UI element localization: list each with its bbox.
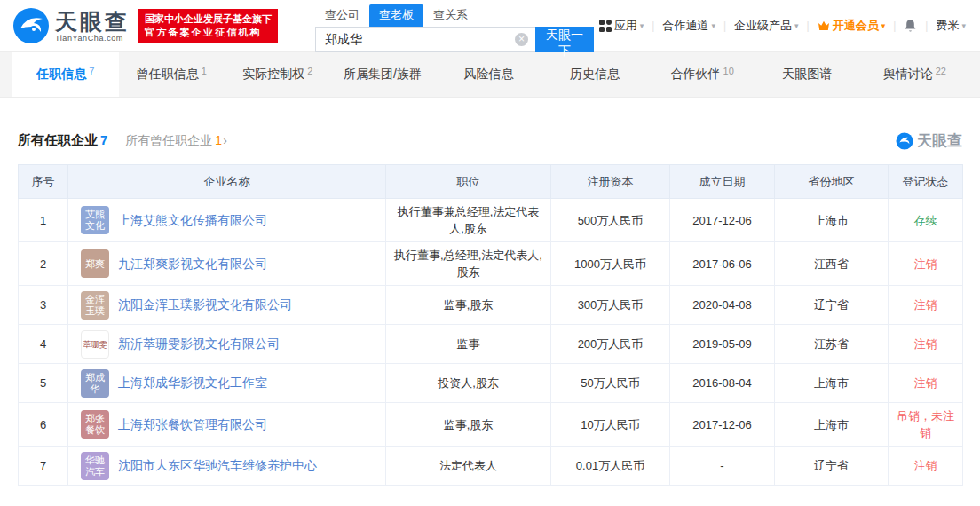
status-cell: 注销 bbox=[889, 325, 963, 364]
capital-cell: 500万人民币 bbox=[551, 199, 670, 242]
tab-sentiment[interactable]: 舆情讨论22 bbox=[862, 52, 968, 97]
company-link[interactable]: 九江郑爽影视文化有限公司 bbox=[118, 256, 267, 273]
status-badge: 存续 bbox=[914, 214, 937, 227]
capital-cell: 300万人民币 bbox=[551, 286, 670, 325]
nav-vip[interactable]: 开通会员 ▾ bbox=[818, 18, 886, 34]
search-tabs: 查公司 查老板 查关系 bbox=[315, 4, 594, 27]
table-row: 2 郑爽 九江郑爽影视文化有限公司 执行董事,总经理,法定代表人,股东 1000… bbox=[19, 242, 963, 286]
date-cell: 2017-12-06 bbox=[670, 199, 775, 242]
tab-actual-control[interactable]: 实际控制权2 bbox=[225, 52, 331, 97]
tab-group[interactable]: 所属集团/族群 bbox=[331, 52, 438, 97]
tab-graph[interactable]: 天眼图谱 bbox=[755, 52, 862, 97]
status-cell: 存续 bbox=[889, 199, 963, 242]
position-cell: 监事,股东 bbox=[386, 286, 551, 325]
chevron-down-icon: ▾ bbox=[711, 21, 715, 30]
col-registration-status: 登记状态 bbox=[889, 165, 963, 199]
table-row: 1 艾熊 文化 上海艾熊文化传播有限公司 执行董事兼总经理,法定代表人,股东 5… bbox=[19, 199, 963, 242]
nav-cooperation[interactable]: 合作通道 ▾ bbox=[662, 18, 715, 34]
apps-grid-icon bbox=[599, 20, 612, 32]
nav-enterprise-label: 企业级产品 bbox=[734, 18, 792, 34]
company-link[interactable]: 沈阳市大东区华驰汽车维修养护中心 bbox=[118, 457, 317, 474]
row-index: 7 bbox=[19, 447, 68, 486]
table-row: 3 金浑 玉璞 沈阳金浑玉璞影视文化有限公司 监事,股东 300万人民币 202… bbox=[19, 286, 963, 325]
company-link[interactable]: 沈阳金浑玉璞影视文化有限公司 bbox=[118, 296, 292, 313]
status-badge: 注销 bbox=[914, 459, 937, 472]
status-badge: 注销 bbox=[914, 376, 937, 390]
nav-user-label: 费米 bbox=[936, 18, 959, 34]
capital-cell: 50万人民币 bbox=[551, 364, 670, 403]
company-avatar: 艾熊 文化 bbox=[81, 206, 109, 234]
tianyancha-watermark-icon bbox=[896, 132, 913, 150]
date-cell: - bbox=[670, 447, 775, 486]
divider: | bbox=[807, 20, 810, 32]
nav-apps-label: 应用 bbox=[614, 18, 637, 34]
province-cell: 江西省 bbox=[775, 242, 889, 286]
nav-notifications[interactable] bbox=[904, 19, 917, 33]
position-cell: 投资人,股东 bbox=[386, 364, 551, 403]
nav-user[interactable]: 费米 ▾ bbox=[936, 18, 966, 34]
capital-cell: 200万人民币 bbox=[551, 325, 670, 364]
tab-positions[interactable]: 任职信息7 bbox=[12, 52, 119, 97]
chevron-down-icon: ▾ bbox=[640, 21, 644, 30]
divider: | bbox=[723, 20, 726, 32]
capital-cell: 10万人民币 bbox=[551, 403, 670, 447]
date-cell: 2016-08-04 bbox=[670, 364, 775, 403]
tianyancha-logo[interactable]: 天眼查 TianYanCha.com bbox=[12, 7, 130, 44]
province-cell: 江苏省 bbox=[775, 325, 889, 364]
tab-former-positions[interactable]: 曾任职信息1 bbox=[119, 52, 225, 97]
province-cell: 上海市 bbox=[775, 364, 889, 403]
section-title-count: 7 bbox=[100, 132, 107, 147]
chevron-down-icon: ▾ bbox=[961, 21, 966, 30]
chevron-down-icon: ▾ bbox=[794, 21, 799, 30]
search-input[interactable] bbox=[316, 33, 535, 47]
status-badge: 吊销，未注销 bbox=[897, 409, 954, 439]
status-badge: 注销 bbox=[914, 298, 937, 312]
date-cell: 2017-12-06 bbox=[670, 403, 775, 447]
province-cell: 辽宁省 bbox=[775, 286, 889, 325]
nav-enterprise[interactable]: 企业级产品 ▾ bbox=[734, 18, 799, 34]
position-cell: 监事,股东 bbox=[386, 403, 551, 447]
tab-count: 1 bbox=[202, 66, 207, 76]
logo-name: 天眼查 bbox=[55, 10, 130, 33]
province-cell: 辽宁省 bbox=[775, 447, 889, 486]
status-cell: 注销 bbox=[889, 242, 963, 286]
company-link[interactable]: 上海郑成华影视文化工作室 bbox=[118, 375, 267, 391]
status-badge: 注销 bbox=[914, 337, 937, 351]
search-tab-relation[interactable]: 查关系 bbox=[423, 4, 478, 27]
divider: | bbox=[893, 20, 896, 32]
company-avatar: 华驰 汽车 bbox=[81, 452, 109, 480]
crown-icon bbox=[818, 20, 830, 31]
table-row: 4 萃珊雯 新沂萃珊雯影视文化有限公司 监事 200万人民币 2019-05-0… bbox=[19, 325, 963, 364]
search-tab-company[interactable]: 查公司 bbox=[315, 4, 369, 27]
col-company-name: 企业名称 bbox=[68, 165, 386, 199]
search-area: 查公司 查老板 查关系 × 天眼一下 bbox=[315, 4, 594, 52]
status-badge: 注销 bbox=[914, 257, 937, 271]
tab-count: 7 bbox=[89, 66, 94, 76]
nav-apps[interactable]: 应用 ▾ bbox=[599, 18, 644, 34]
position-cell: 法定代表人 bbox=[386, 447, 551, 486]
company-link[interactable]: 上海艾熊文化传播有限公司 bbox=[118, 212, 267, 229]
tab-partners[interactable]: 合作伙伴10 bbox=[649, 52, 755, 97]
province-cell: 上海市 bbox=[775, 199, 889, 242]
logo-domain: TianYanCha.com bbox=[55, 34, 130, 43]
col-established-date: 成立日期 bbox=[670, 165, 775, 199]
content: 所有任职企业7 所有曾任职企业1› 天眼查 序号 企业名称 职位 注册资本 成立… bbox=[0, 130, 980, 486]
company-avatar: 郑张 餐饮 bbox=[81, 410, 109, 439]
tab-risk[interactable]: 风险信息 bbox=[437, 52, 543, 97]
search-button[interactable]: 天眼一下 bbox=[535, 27, 594, 52]
position-cell: 执行董事兼总经理,法定代表人,股东 bbox=[386, 199, 551, 242]
certification-badge: 国家中小企业发展子基金旗下 官方备案企业征信机构 bbox=[138, 9, 278, 43]
company-link[interactable]: 新沂萃珊雯影视文化有限公司 bbox=[118, 336, 280, 352]
capital-cell: 1000万人民币 bbox=[551, 242, 670, 286]
former-companies-link[interactable]: 所有曾任职企业1› bbox=[125, 133, 226, 149]
company-avatar: 郑成 华 bbox=[81, 369, 109, 398]
company-avatar: 萃珊雯 bbox=[81, 330, 109, 359]
row-index: 6 bbox=[19, 403, 68, 447]
company-link[interactable]: 上海郑张餐饮管理有限公司 bbox=[118, 416, 267, 433]
nav-vip-label: 开通会员 bbox=[833, 18, 879, 34]
company-avatar: 郑爽 bbox=[81, 249, 109, 278]
tab-history[interactable]: 历史信息 bbox=[543, 52, 650, 97]
search-tab-boss[interactable]: 查老板 bbox=[369, 4, 423, 27]
date-cell: 2017-06-06 bbox=[670, 242, 775, 286]
clear-search-icon[interactable]: × bbox=[515, 33, 528, 46]
